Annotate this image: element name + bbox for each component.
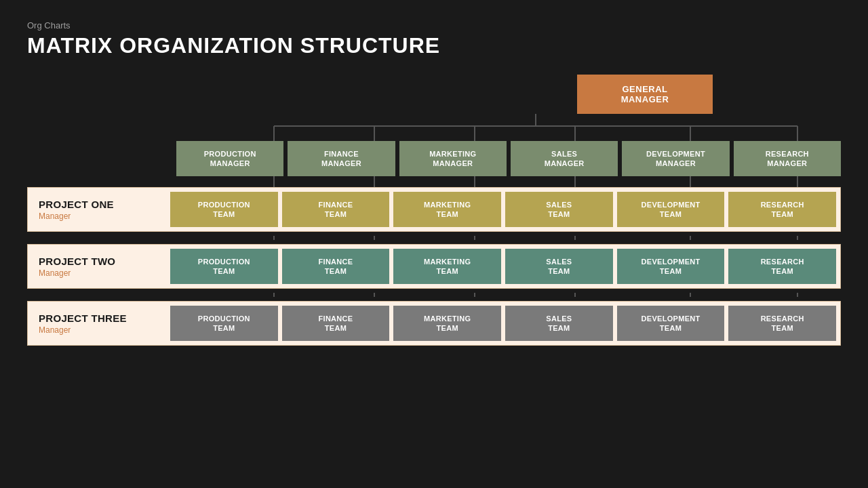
p1-research-team: RESEARCHTEAM [728, 192, 836, 227]
project-row-1: PROJECT ONE Manager PRODUCTIONTEAM FINAN… [27, 187, 841, 232]
p1-production-team: PRODUCTIONTEAM [170, 192, 278, 227]
project-row-2: PROJECT TWO Manager PRODUCTIONTEAM FINAN… [27, 244, 841, 289]
project-three-info: PROJECT THREE Manager [28, 304, 170, 343]
p3-marketing-team: MARKETINGTEAM [393, 306, 501, 341]
page-title: MATRIX ORGANIZATION STRUCTURE [27, 33, 841, 58]
p2-sales-team: SALESTEAM [505, 249, 613, 284]
p2-finance-team: FINANCETEAM [282, 249, 390, 284]
manager-marketing: MARKETINGMANAGER [399, 141, 507, 176]
manager-connectors [27, 176, 841, 187]
row-connectors-1 [27, 236, 841, 240]
project-three-teams: PRODUCTIONTEAM FINANCETEAM MARKETINGTEAM… [170, 302, 840, 345]
p2-production-team: PRODUCTIONTEAM [170, 249, 278, 284]
manager-development: DEVELOPMENTMANAGER [622, 141, 729, 176]
manager-production: PRODUCTIONMANAGER [176, 141, 283, 176]
project-three-manager: Manager [39, 325, 159, 335]
managers-row: PRODUCTIONMANAGER FINANCEMANAGER MARKETI… [27, 141, 841, 176]
p1-sales-team: SALESTEAM [505, 192, 613, 227]
project-three-name: PROJECT THREE [39, 312, 159, 324]
header: Org Charts MATRIX ORGANIZATION STRUCTURE [27, 20, 841, 68]
project-one-teams: PRODUCTIONTEAM FINANCETEAM MARKETINGTEAM… [170, 188, 840, 231]
p3-sales-team: SALESTEAM [505, 306, 613, 341]
p1-development-team: DEVELOPMENTTEAM [617, 192, 725, 227]
p2-marketing-team: MARKETINGTEAM [393, 249, 501, 284]
manager-finance: FINANCEMANAGER [288, 141, 395, 176]
row-connectors-2 [27, 293, 841, 297]
project-two-info: PROJECT TWO Manager [28, 247, 170, 286]
chart-area: GENERAL MANAGER [27, 75, 841, 474]
category-label: Org Charts [27, 20, 841, 30]
project-one-name: PROJECT ONE [39, 199, 159, 210]
project-two-name: PROJECT TWO [39, 256, 159, 267]
p2-development-team: DEVELOPMENTTEAM [617, 249, 725, 284]
page: Org Charts MATRIX ORGANIZATION STRUCTURE… [0, 0, 868, 488]
gm-connectors [27, 114, 841, 141]
project-one-info: PROJECT ONE Manager [28, 190, 170, 229]
project-one-manager: Manager [39, 211, 159, 221]
project-two-manager: Manager [39, 268, 159, 278]
p1-marketing-team: MARKETINGTEAM [393, 192, 501, 227]
manager-research: RESEARCHMANAGER [734, 141, 841, 176]
projects-container: PROJECT ONE Manager PRODUCTIONTEAM FINAN… [27, 187, 841, 346]
p2-research-team: RESEARCHTEAM [728, 249, 836, 284]
project-two-teams: PRODUCTIONTEAM FINANCETEAM MARKETINGTEAM… [170, 245, 840, 288]
project-row-3: PROJECT THREE Manager PRODUCTIONTEAM FIN… [27, 301, 841, 346]
gm-box: GENERAL MANAGER [577, 75, 713, 114]
p3-finance-team: FINANCETEAM [282, 306, 390, 341]
manager-sales: SALESMANAGER [511, 141, 618, 176]
p3-development-team: DEVELOPMENTTEAM [617, 306, 725, 341]
p3-production-team: PRODUCTIONTEAM [170, 306, 278, 341]
p3-research-team: RESEARCHTEAM [728, 306, 836, 341]
managers-boxes: PRODUCTIONMANAGER FINANCEMANAGER MARKETI… [176, 141, 841, 176]
p1-finance-team: FINANCETEAM [282, 192, 390, 227]
